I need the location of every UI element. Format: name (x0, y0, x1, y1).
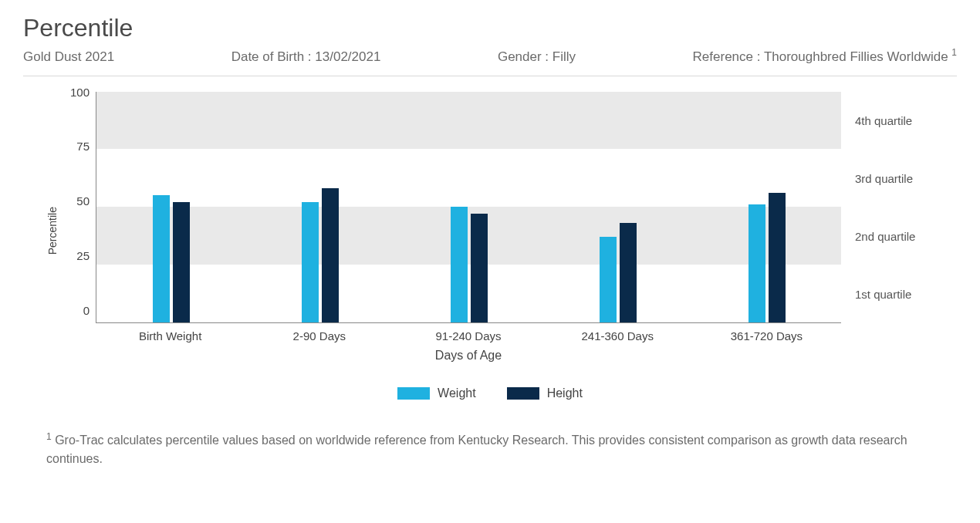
quartile-label: 2nd quartile (855, 230, 915, 243)
dob-label: Date of Birth : (231, 49, 312, 64)
y-ticks: 100 75 50 25 0 (65, 86, 96, 317)
y-tick: 50 (76, 194, 90, 208)
bar-height (620, 223, 637, 322)
bar-weight (451, 207, 468, 322)
swatch-weight (397, 387, 430, 400)
x-ticks: Birth Weight2-90 Days91-240 Days241-360 … (96, 323, 841, 342)
swatch-height (507, 387, 539, 400)
legend: Weight Height (46, 386, 934, 400)
plot-area: 4th quartile3rd quartile2nd quartile1st … (96, 92, 841, 323)
quartile-label: 3rd quartile (855, 172, 913, 185)
legend-item-weight: Weight (397, 386, 476, 400)
y-tick: 100 (70, 86, 90, 99)
gender: Gender : Filly (498, 49, 576, 65)
quartile-label: 4th quartile (855, 114, 912, 127)
bar-weight (600, 237, 617, 322)
bar-height (173, 202, 190, 322)
y-tick: 0 (83, 304, 90, 317)
bar-group (394, 92, 543, 322)
legend-item-height: Height (507, 386, 583, 400)
x-axis-label: Days of Age (96, 349, 841, 363)
quartile-label: 1st quartile (855, 288, 911, 301)
bar-weight (749, 204, 765, 322)
bar-height (769, 193, 786, 322)
footnote-text: Gro-Trac calculates percentile values ba… (46, 434, 907, 465)
footnote-sup: 1 (46, 431, 52, 442)
bar-group (543, 92, 692, 322)
y-tick: 25 (76, 249, 90, 262)
bar-weight (153, 195, 170, 322)
x-tick: 241-360 Days (543, 323, 692, 342)
y-axis-label: Percentile (46, 207, 59, 255)
x-tick: 361-720 Days (692, 323, 841, 342)
bar-groups (96, 92, 841, 322)
report: Percentile Gold Dust 2021 Date of Birth … (0, 0, 980, 484)
bar-height (322, 188, 339, 322)
meta-row: Gold Dust 2021 Date of Birth : 13/02/202… (23, 47, 957, 76)
gender-value: Filly (553, 49, 576, 64)
legend-label: Height (547, 386, 583, 400)
footnote: 1 Gro-Trac calculates percentile values … (23, 430, 957, 468)
quartile-labels: 4th quartile3rd quartile2nd quartile1st … (841, 92, 934, 323)
reference-label: Reference : (693, 49, 761, 64)
gender-label: Gender : (498, 49, 549, 64)
reference-value: Thoroughbred Fillies Worldwide (764, 49, 948, 64)
bar-group (245, 92, 394, 322)
legend-label: Weight (438, 386, 476, 400)
y-tick: 75 (76, 140, 90, 153)
x-tick: 2-90 Days (245, 323, 394, 342)
page-title: Percentile (23, 14, 957, 42)
reference: Reference : Thoroughbred Fillies Worldwi… (693, 47, 957, 65)
x-tick: Birth Weight (96, 323, 245, 342)
chart-area: Percentile 100 75 50 25 0 4th quartile3r… (23, 92, 957, 400)
bar-group (692, 92, 841, 322)
dob-value: 13/02/2021 (315, 49, 380, 64)
percentile-chart: Percentile 100 75 50 25 0 4th quartile3r… (46, 92, 934, 369)
bar-group (96, 92, 245, 322)
reference-sup: 1 (951, 47, 957, 58)
horse-name: Gold Dust 2021 (23, 49, 114, 65)
dob: Date of Birth : 13/02/2021 (231, 49, 381, 65)
bar-height (471, 214, 488, 322)
bar-weight (302, 202, 319, 322)
x-tick: 91-240 Days (394, 323, 542, 342)
